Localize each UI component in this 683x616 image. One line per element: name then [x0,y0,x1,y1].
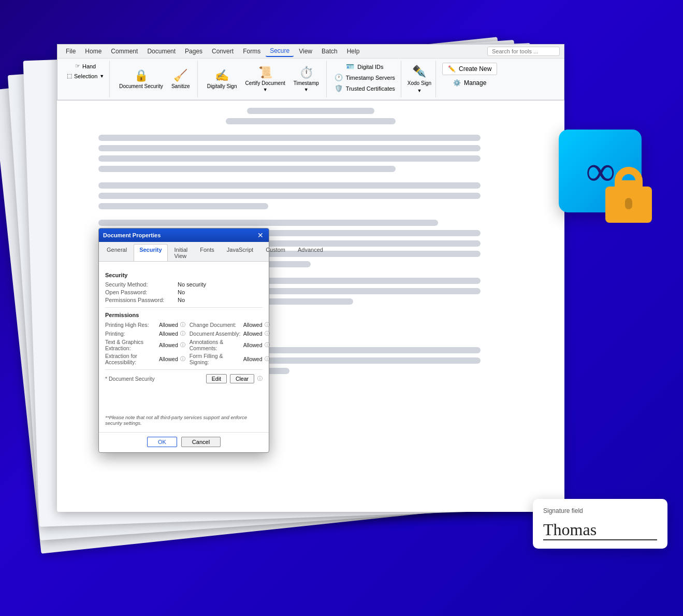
security-method-row: Security Method: No security [105,281,263,288]
clear-button[interactable]: Clear [230,374,254,383]
permissions-password-row: Permissions Password: No [105,297,263,303]
dialog-tab-advanced[interactable]: Advanced [292,244,329,261]
menu-bar: File Home Comment Document Pages Convert… [57,45,564,59]
digitally-sign-icon: ✍️ [215,69,229,82]
timestamp-servers-button[interactable]: 🕐 Timestamp Servers [332,73,397,82]
doc-security-button[interactable]: 🔒 Document Security [116,67,166,91]
sign-group: ✍️ Digitally Sign 📜 Certify Document ▼ ⏱… [200,61,327,97]
dialog-tab-security[interactable]: Security [134,244,167,261]
doc-security-group: 🔒 Document Security 🧹 Sanitize [112,61,197,97]
menu-pages[interactable]: Pages [181,46,207,56]
toolbar: ☞ Hand ⬚ Selection ▼ 🔒 Document Security… [57,59,564,100]
certify-document-button[interactable]: 📜 Certify Document ▼ [242,64,288,94]
permissions-grid: Printing High Res: Allowed ⓘ Change Docu… [105,321,263,365]
sanitize-button[interactable]: 🧹 Sanitize [168,67,193,91]
xodo-sign-icon: ✒️ [412,65,426,78]
menu-convert[interactable]: Convert [208,46,238,56]
hand-button[interactable]: ☞ Hand [72,62,99,70]
dialog-tab-custom[interactable]: Custom [260,244,291,261]
doc-security-info-icon[interactable]: ⓘ [257,375,263,382]
timestamp-chevron-icon: ▼ [304,87,309,92]
perm-printing-info[interactable]: ⓘ [180,330,185,337]
perm-doc-assembly-row: Document Assembly: Allowed ⓘ [190,330,270,337]
sanitize-label: Sanitize [171,83,190,89]
perm-printing-highres-info[interactable]: ⓘ [180,321,185,328]
selection-icon: ⬚ [67,73,72,79]
divider-1 [105,307,263,308]
create-new-button[interactable]: ✏️ Create New [442,63,497,75]
perm-printing-label: Printing: [105,331,157,337]
perm-accessibility-label: Extraction for Accessibility: [105,353,157,365]
sanitize-icon: 🧹 [173,69,187,82]
menu-help[interactable]: Help [343,46,364,56]
dialog-tab-general[interactable]: General [101,244,133,261]
permissions-section-title: Permissions [105,312,263,318]
perm-form-filling-row: Form Filling & Signing: Allowed ⓘ [190,353,270,365]
perm-change-doc-row: Change Document: Allowed ⓘ [190,321,270,328]
perm-form-filling-info[interactable]: ⓘ [265,355,270,363]
digital-ids-group: 🪪 Digital IDs 🕐 Timestamp Servers 🛡️ Tru… [329,61,401,97]
timestamp-servers-label: Timestamp Servers [346,75,395,81]
perm-printing-highres-row: Printing High Res: Allowed ⓘ [105,321,185,328]
perm-text-graphics-info[interactable]: ⓘ [180,341,185,349]
perm-form-filling-value: Allowed [243,356,263,362]
create-new-label: Create New [459,65,491,73]
selection-label: Selection [74,73,97,79]
dialog-footer: OK Cancel [99,432,269,452]
perm-annotations-value: Allowed [243,342,263,348]
perm-doc-assembly-label: Document Assembly: [190,331,241,337]
menu-document[interactable]: Document [143,46,180,56]
menu-file[interactable]: File [62,46,80,56]
menu-forms[interactable]: Forms [239,46,265,56]
security-method-label: Security Method: [105,281,178,288]
perm-accessibility-row: Extraction for Accessibility: Allowed ⓘ [105,353,185,365]
manage-label: Manage [464,79,486,87]
certify-document-label: Certify Document [245,80,285,86]
menu-batch[interactable]: Batch [317,46,342,56]
document-security-label: * Document Security [105,376,203,382]
selection-chevron-icon: ▼ [99,74,104,79]
dialog-tab-initial-view[interactable]: Initial View [169,244,194,261]
lock-body [605,187,652,223]
timestamp-button[interactable]: ⏱️ Timestamp ▼ [290,64,322,94]
certify-chevron-icon: ▼ [263,87,268,92]
brand-swirl: ∞ [585,150,615,192]
menu-comment[interactable]: Comment [107,46,142,56]
security-section-title: Security [105,272,263,278]
digital-ids-button[interactable]: 🪪 Digital IDs [344,62,385,71]
signature-line: Thomas [543,530,657,540]
selection-button[interactable]: ⬚ Selection ▼ [64,71,107,80]
perm-annotations-info[interactable]: ⓘ [265,341,270,349]
permissions-password-label: Permissions Password: [105,297,178,303]
open-password-label: Open Password: [105,289,178,295]
dialog-tab-javascript[interactable]: JavaScript [221,244,259,261]
dialog-tab-fonts[interactable]: Fonts [194,244,220,261]
xodo-chevron-icon: ▼ [417,88,422,93]
trusted-certificates-icon: 🛡️ [335,84,343,92]
menu-view[interactable]: View [295,46,316,56]
ribbon: File Home Comment Document Pages Convert… [57,44,564,101]
signature-field-label: Signature field [543,507,657,514]
edit-button[interactable]: Edit [206,374,227,383]
manage-button[interactable]: ⚙️ Manage [448,77,491,89]
dialog-close-button[interactable]: ✕ [256,231,265,239]
perm-accessibility-info[interactable]: ⓘ [180,355,185,363]
open-password-value: No [178,289,185,295]
cancel-button[interactable]: Cancel [181,437,221,447]
perm-accessibility-value: Allowed [159,356,178,362]
menu-secure[interactable]: Secure [266,46,294,57]
lock-keyhole [625,198,632,209]
perm-printing-value: Allowed [159,331,178,337]
trusted-certificates-button[interactable]: 🛡️ Trusted Certificates [332,83,397,93]
perm-doc-assembly-info[interactable]: ⓘ [265,330,270,337]
perm-printing-row: Printing: Allowed ⓘ [105,330,185,337]
digitally-sign-button[interactable]: ✍️ Digitally Sign [204,67,240,91]
menu-home[interactable]: Home [81,46,106,56]
digital-ids-label: Digital IDs [357,64,383,70]
ok-button[interactable]: OK [147,437,177,447]
perm-change-doc-info[interactable]: ⓘ [265,321,270,328]
perm-change-doc-label: Change Document: [190,322,241,328]
trusted-certificates-label: Trusted Certificates [346,85,395,92]
search-input[interactable] [487,47,560,56]
digitally-sign-label: Digitally Sign [207,83,237,89]
